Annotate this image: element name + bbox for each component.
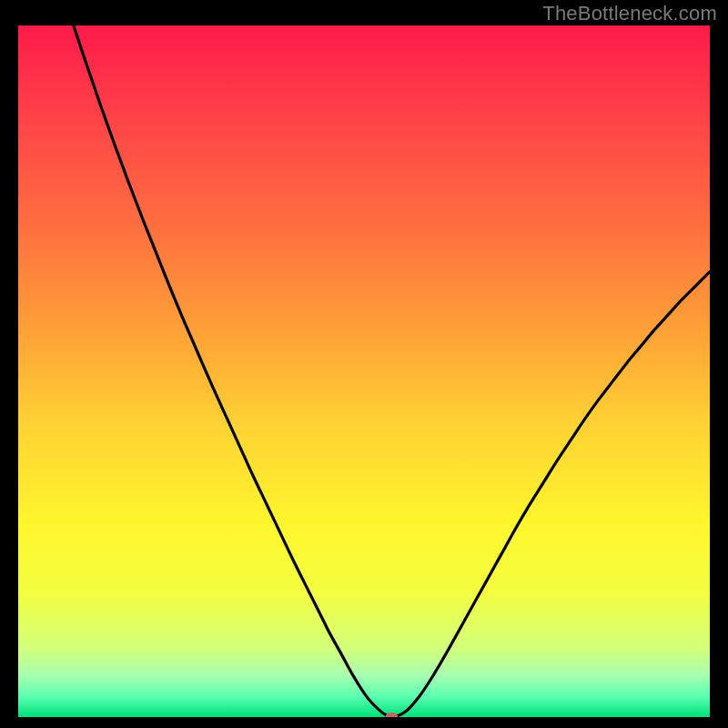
gradient-background: [18, 25, 710, 717]
chart-canvas: [18, 25, 710, 717]
attribution-label: TheBottleneck.com: [542, 2, 717, 25]
